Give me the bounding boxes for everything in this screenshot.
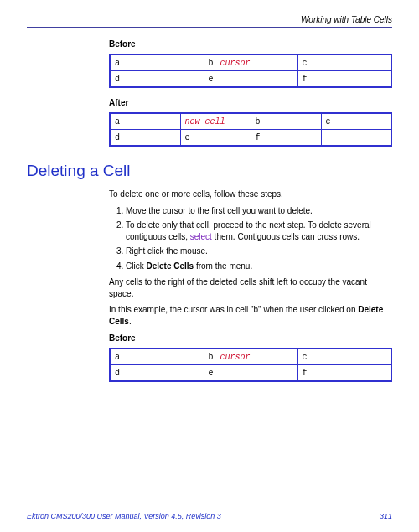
example-part1: In this example, the cursor was in cell … xyxy=(109,305,358,314)
cell: e xyxy=(209,369,214,378)
cell: d xyxy=(115,369,120,378)
page-header: Working with Table Cells xyxy=(27,15,392,28)
cell: a xyxy=(115,353,120,362)
step-3: Right click the mouse. xyxy=(126,245,392,257)
page-number: 311 xyxy=(380,512,392,520)
before-label-2: Before xyxy=(109,333,392,343)
step-2: To delete only that cell, proceed to the… xyxy=(126,220,392,242)
cell: c xyxy=(303,59,308,68)
steps-list: Move the cursor to the first cell you wa… xyxy=(109,205,392,272)
page-footer: Ektron CMS200/300 User Manual, Version 4… xyxy=(27,509,392,520)
cell: c xyxy=(326,117,331,127)
table-after: a new cell b c d e f xyxy=(109,112,392,147)
footer-left: Ektron CMS200/300 User Manual, Version 4… xyxy=(27,512,221,520)
table-before-2: a bcursor c d e f xyxy=(109,348,392,382)
cell: f xyxy=(256,133,261,142)
after-label: After xyxy=(109,98,392,107)
cursor-marker: cursor xyxy=(220,353,251,362)
intro-text: To delete one or more cells, follow thes… xyxy=(109,189,392,200)
cell: e xyxy=(185,133,190,142)
table-before-1: a bcursor c d e f xyxy=(109,54,392,88)
newcell-marker: new cell xyxy=(185,117,225,127)
section-heading: Deleting a Cell xyxy=(27,162,392,180)
example-part2: . xyxy=(129,317,132,326)
before-label-1: Before xyxy=(109,39,392,49)
cell: b xyxy=(209,59,214,68)
cell: b xyxy=(256,117,261,127)
cell: f xyxy=(303,75,308,84)
cell: a xyxy=(115,59,120,68)
delete-cells-bold: Delete Cells xyxy=(146,261,194,271)
cell: d xyxy=(115,133,120,142)
after-steps-text: Any cells to the right of the deleted ce… xyxy=(109,276,392,299)
cell: b xyxy=(209,353,214,362)
example-text: In this example, the cursor was in cell … xyxy=(109,304,392,327)
cell: d xyxy=(115,75,120,84)
cell: e xyxy=(209,75,214,84)
step-4: Click Delete Cells from the menu. xyxy=(126,261,392,272)
cell: f xyxy=(303,369,308,378)
cell: a xyxy=(115,117,120,127)
select-link[interactable]: select xyxy=(190,232,212,241)
step-1: Move the cursor to the first cell you wa… xyxy=(126,205,392,217)
cell: c xyxy=(303,353,308,362)
cursor-marker: cursor xyxy=(220,59,251,68)
